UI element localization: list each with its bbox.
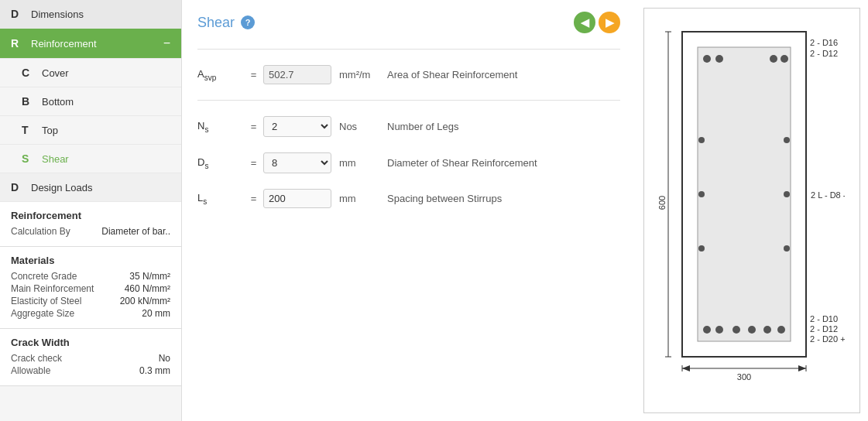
- sidebar-item-letter: D: [11, 181, 23, 193]
- stirrup-label: 2 L - D8 - 200: [811, 190, 845, 200]
- svg-point-6: [703, 326, 711, 334]
- bottom-rebar1: 2 - D10: [810, 314, 838, 323]
- page-title-group: Shear ?: [197, 15, 255, 31]
- elasticity-row: Elasticity of Steel 200 kN/mm²: [11, 296, 170, 306]
- page-header: Shear ? ◀ ▶: [197, 12, 620, 33]
- sidebar-item-bottom[interactable]: B Bottom: [0, 87, 181, 116]
- asvp-equals: =: [244, 69, 263, 80]
- nav-arrows: ◀ ▶: [574, 12, 620, 33]
- sidebar-item-label: Reinforcement: [31, 38, 97, 50]
- top-left-rebar-label: 2 - D16: [810, 38, 838, 47]
- svg-marker-25: [798, 365, 806, 371]
- svg-point-9: [748, 326, 756, 334]
- concrete-grade-row: Concrete Grade 35 N/mm²: [11, 271, 170, 282]
- svg-point-5: [781, 55, 788, 63]
- ds-symbol: Ds: [197, 156, 244, 170]
- ns-select[interactable]: 1 2 3 4: [263, 116, 331, 137]
- ns-equals: =: [244, 121, 263, 132]
- bottom-rebar2: 2 - D12: [810, 324, 838, 334]
- ds-equals: =: [244, 157, 263, 169]
- diagram-panel: 2 - D16 2 - D12 600 2 L - D8 - 200 2 - D…: [643, 8, 860, 413]
- top-right-rebar-label: 2 - D12: [810, 49, 838, 58]
- sidebar-item-label: Bottom: [42, 96, 74, 108]
- asvp-input: [263, 65, 331, 84]
- sidebar-item-cover[interactable]: C Cover: [0, 59, 181, 87]
- ns-description: Number of Legs: [387, 121, 459, 132]
- ls-input[interactable]: [263, 189, 331, 208]
- sidebar-item-letter: D: [11, 8, 23, 20]
- svg-point-8: [732, 326, 740, 334]
- sidebar-item-letter: S: [22, 152, 34, 165]
- calc-value: Diameter of bar..: [101, 226, 170, 237]
- ns-unit: Nos: [333, 121, 387, 132]
- allowable-row: Allowable 0.3 mm: [11, 365, 170, 376]
- reinforcement-calc-row: Calculation By Diameter of bar..: [11, 226, 170, 237]
- sidebar-item-design-loads[interactable]: D Design Loads: [0, 173, 181, 202]
- ds-input-wrapper: 6 8 10 12 16 20: [263, 152, 333, 173]
- materials-info-box: Materials Concrete Grade 35 N/mm² Main R…: [0, 247, 181, 329]
- sidebar-item-dimensions[interactable]: D Dimensions: [0, 0, 181, 29]
- svg-point-4: [770, 55, 777, 63]
- reinforcement-info-box: Reinforcement Calculation By Diameter of…: [0, 202, 181, 247]
- header-separator: [197, 49, 620, 50]
- svg-point-3: [715, 55, 723, 63]
- svg-point-14: [698, 245, 705, 252]
- asvp-symbol: Asvp: [197, 68, 244, 82]
- svg-marker-24: [682, 365, 690, 371]
- bottom-rebar3: 2 - D20 + 1 - D16: [810, 334, 845, 344]
- help-icon[interactable]: ?: [241, 15, 255, 29]
- ls-input-wrapper: [263, 189, 333, 208]
- crack-check-row: Crack check No: [11, 353, 170, 364]
- main-reinf-row: Main Reinforcement 460 N/mm²: [11, 283, 170, 294]
- reinforcement-box-title: Reinforcement: [11, 210, 170, 221]
- ns-row: Ns = 1 2 3 4 Nos Number of Legs: [197, 108, 620, 145]
- aggregate-row: Aggregate Size 20 mm: [11, 308, 170, 319]
- sidebar-item-label: Top: [42, 125, 58, 136]
- ls-equals: =: [244, 193, 263, 204]
- sidebar-item-label: Dimensions: [31, 9, 84, 20]
- ls-unit: mm: [333, 193, 387, 204]
- ns-input-wrapper: 1 2 3 4: [263, 116, 333, 137]
- svg-point-17: [784, 245, 790, 252]
- sidebar-item-shear[interactable]: S Shear: [0, 145, 181, 173]
- height-dim-label: 600: [659, 196, 667, 210]
- sidebar-item-label: Design Loads: [31, 182, 93, 193]
- nav-next-button[interactable]: ▶: [599, 12, 620, 33]
- crack-title: Crack Width: [11, 337, 170, 348]
- collapse-icon[interactable]: −: [163, 36, 170, 50]
- ls-description: Spacing between Stirrups: [387, 193, 502, 204]
- sidebar-item-letter: T: [22, 124, 34, 136]
- nav-prev-button[interactable]: ◀: [574, 12, 595, 33]
- beam-diagram: 2 - D16 2 - D12 600 2 L - D8 - 200 2 - D…: [659, 16, 845, 395]
- sidebar-item-label: Shear: [42, 153, 69, 165]
- svg-point-10: [763, 326, 771, 334]
- asvp-unit: mm²/m: [333, 69, 387, 80]
- svg-point-12: [698, 137, 705, 143]
- page-title: Shear: [197, 15, 235, 31]
- svg-point-16: [784, 191, 790, 197]
- main-content: Shear ? ◀ ▶ Asvp = mm²/m Area of Shear R…: [182, 0, 636, 421]
- ls-row: Ls = mm Spacing between Stirrups: [197, 181, 620, 216]
- sidebar-item-label: Cover: [42, 67, 69, 79]
- asvp-row: Asvp = mm²/m Area of Shear Reinforcement: [197, 57, 620, 92]
- sidebar-item-letter: R: [11, 37, 23, 50]
- svg-rect-1: [698, 47, 791, 341]
- sidebar-item-reinforcement[interactable]: R Reinforcement −: [0, 29, 181, 59]
- ds-description: Diameter of Shear Reinforcement: [387, 157, 537, 169]
- svg-point-7: [715, 326, 723, 334]
- asvp-description: Area of Shear Reinforcement: [387, 69, 517, 80]
- width-dim-label: 300: [737, 372, 751, 382]
- svg-point-2: [703, 55, 711, 63]
- ls-symbol: Ls: [197, 192, 244, 206]
- ds-select[interactable]: 6 8 10 12 16 20: [263, 152, 331, 173]
- asvp-input-wrapper: [263, 65, 333, 84]
- materials-title: Materials: [11, 255, 170, 266]
- svg-point-13: [698, 191, 705, 197]
- sidebar: D Dimensions R Reinforcement − C Cover B…: [0, 0, 182, 421]
- crack-width-box: Crack Width Crack check No Allowable 0.3…: [0, 329, 181, 386]
- sidebar-item-top[interactable]: T Top: [0, 116, 181, 145]
- row1-separator: [197, 100, 620, 101]
- svg-point-11: [777, 326, 785, 334]
- ns-symbol: Ns: [197, 120, 244, 134]
- sidebar-item-letter: C: [22, 67, 34, 79]
